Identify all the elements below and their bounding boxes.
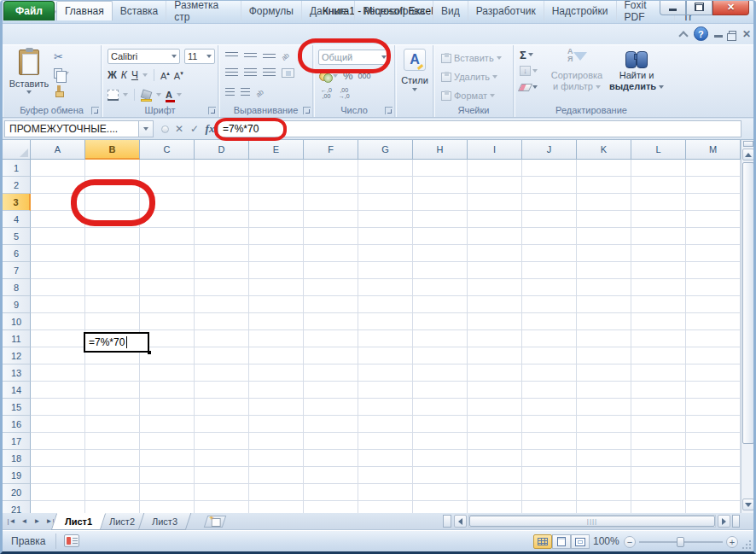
format-cells-button[interactable]: Формат <box>441 89 495 102</box>
row-header-19[interactable]: 19 <box>3 467 31 484</box>
workbook-restore-icon[interactable] <box>729 31 736 38</box>
copy-button[interactable] <box>54 67 69 79</box>
zoom-slider-thumb[interactable] <box>677 537 684 547</box>
column-header-l[interactable]: L <box>631 140 686 160</box>
next-sheet-icon[interactable]: ► <box>32 515 43 528</box>
column-header-d[interactable]: D <box>195 140 249 160</box>
align-center-icon[interactable] <box>244 68 257 78</box>
macro-record-icon[interactable] <box>64 534 79 547</box>
column-header-m[interactable]: M <box>686 140 741 160</box>
tab-разработчик[interactable]: Разработчик <box>468 1 544 20</box>
column-header-h[interactable]: H <box>413 140 468 160</box>
row-header-12[interactable]: 12 <box>3 347 31 364</box>
orientation-icon[interactable] <box>282 50 293 61</box>
merge-center-icon[interactable] <box>282 68 294 78</box>
cut-button[interactable]: ✂ <box>54 50 63 62</box>
row-header-18[interactable]: 18 <box>3 450 31 467</box>
workbook-close-icon[interactable]: ✕ <box>742 28 751 40</box>
underline-button[interactable]: Ч <box>131 69 138 81</box>
name-box-dropdown[interactable] <box>139 120 154 137</box>
tab-вид[interactable]: Вид <box>433 1 468 20</box>
vertical-split-handle[interactable] <box>743 141 753 147</box>
comma-format-icon[interactable]: 000 <box>358 72 371 80</box>
fill-color-icon[interactable] <box>141 90 152 99</box>
prev-sheet-icon[interactable]: ◄ <box>19 515 30 528</box>
column-header-j[interactable]: J <box>522 140 577 160</box>
wrap-text-icon[interactable] <box>256 87 267 97</box>
row-header-10[interactable]: 10 <box>3 313 31 330</box>
scroll-left-button[interactable] <box>454 515 467 528</box>
column-header-g[interactable]: G <box>358 140 413 160</box>
tab-надстройки[interactable]: Надстройки <box>544 1 617 20</box>
column-header-b[interactable]: B <box>85 140 140 160</box>
row-header-21[interactable]: 21 <box>3 501 31 513</box>
dialog-launcher-icon[interactable] <box>385 107 393 114</box>
row-header-4[interactable]: 4 <box>3 211 31 228</box>
autosum-button[interactable]: Σ <box>520 49 538 61</box>
font-color-icon[interactable]: А <box>166 90 172 99</box>
shrink-font-button[interactable]: А▾ <box>174 70 183 81</box>
row-header-8[interactable]: 8 <box>3 279 31 296</box>
column-header-f[interactable]: F <box>304 140 358 160</box>
align-left-icon[interactable] <box>225 68 238 78</box>
column-header-i[interactable]: I <box>468 140 522 160</box>
fill-handle[interactable] <box>148 351 151 354</box>
italic-button[interactable]: К <box>121 69 127 81</box>
currency-format-icon[interactable] <box>319 71 331 81</box>
paste-button[interactable]: Вставить <box>9 48 49 111</box>
row-header-14[interactable]: 14 <box>3 382 31 399</box>
horizontal-scrollbar[interactable]: |||| <box>468 515 716 528</box>
increase-indent-icon[interactable] <box>241 88 250 97</box>
dialog-launcher-icon[interactable] <box>91 107 99 114</box>
formula-input[interactable]: =7%*70 <box>218 120 741 137</box>
tab-разметка-стр[interactable]: Разметка стр <box>166 1 241 20</box>
zoom-in-button[interactable]: + <box>726 536 738 548</box>
minimize-button[interactable] <box>660 0 686 15</box>
cancel-entry-button[interactable]: ✕ <box>172 121 187 137</box>
workbook-minimize-icon[interactable] <box>714 31 723 38</box>
increase-decimal-icon[interactable]: ←,0 ,00 <box>321 87 332 99</box>
fill-button[interactable]: ↓ <box>520 65 538 77</box>
sort-filter-button[interactable]: А Я Сортировкаи фильтр <box>549 48 605 113</box>
row-header-3[interactable]: 3 <box>3 194 31 211</box>
dialog-launcher-icon[interactable] <box>208 107 216 114</box>
zoom-level[interactable]: 100% <box>593 535 619 547</box>
format-painter-button[interactable] <box>54 85 64 96</box>
sheet-tab-лист3[interactable]: Лист3 <box>138 513 192 530</box>
horizontal-split-handle[interactable] <box>732 515 740 528</box>
tab-главная[interactable]: Главная <box>56 1 113 20</box>
dialog-launcher-icon[interactable] <box>303 107 311 114</box>
align-bottom-icon[interactable] <box>263 54 276 61</box>
row-header-13[interactable]: 13 <box>3 364 31 382</box>
horizontal-scroll-thumb[interactable]: |||| <box>469 516 715 527</box>
number-format-select[interactable]: Общий <box>318 50 390 65</box>
scroll-right-button[interactable] <box>718 515 730 528</box>
sheet-tab-лист1[interactable]: Лист1 <box>51 513 107 530</box>
row-header-2[interactable]: 2 <box>3 177 31 194</box>
column-header-c[interactable]: C <box>140 140 195 160</box>
row-header-9[interactable]: 9 <box>3 296 31 313</box>
scroll-up-button[interactable] <box>742 149 753 160</box>
column-header-k[interactable]: K <box>577 140 631 160</box>
close-button[interactable]: ✕ <box>712 0 749 15</box>
page-break-view-button[interactable] <box>571 534 590 549</box>
percent-format-icon[interactable]: % <box>343 69 353 82</box>
bold-button[interactable]: Ж <box>108 69 117 81</box>
vertical-scroll-thumb[interactable] <box>742 162 753 444</box>
row-header-5[interactable]: 5 <box>3 228 31 245</box>
delete-cells-button[interactable]: Удалить <box>441 70 497 84</box>
align-right-icon[interactable] <box>263 68 276 78</box>
insert-function-button[interactable]: fx <box>202 121 218 137</box>
row-header-7[interactable]: 7 <box>3 262 31 279</box>
page-layout-view-button[interactable] <box>552 534 571 549</box>
row-header-17[interactable]: 17 <box>3 433 31 450</box>
help-icon[interactable]: ? <box>694 26 708 41</box>
confirm-entry-button[interactable]: ✓ <box>187 121 202 137</box>
tab-данные[interactable]: Данные <box>302 1 355 20</box>
row-header-6[interactable]: 6 <box>3 245 31 262</box>
tab-формулы[interactable]: Формулы <box>241 1 302 20</box>
align-top-icon[interactable] <box>225 52 238 59</box>
insert-cells-button[interactable]: Вставить <box>441 51 502 65</box>
insert-sheet-icon[interactable] <box>204 516 227 528</box>
grow-font-button[interactable]: А▴ <box>160 70 170 81</box>
